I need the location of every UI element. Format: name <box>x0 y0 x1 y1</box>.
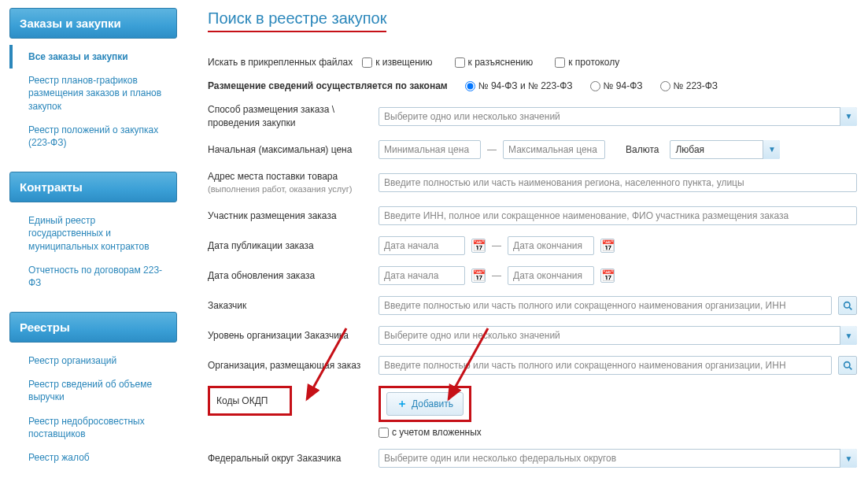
row-placer: Организация, размещающая заказ <box>208 356 857 375</box>
row-participant: Участник размещения заказа <box>208 206 857 225</box>
checkbox-nested[interactable]: с учетом вложенных <box>379 427 482 438</box>
svg-line-3 <box>849 367 851 369</box>
checkbox-nested-label: с учетом вложенных <box>392 427 482 438</box>
attachments-label: Искать в прикрепленных файлах <box>208 56 353 69</box>
dash: — <box>492 270 501 281</box>
sidebar-block-header: Реестры <box>9 312 177 343</box>
sidebar-item[interactable]: Реестр положений о закупках (223-ФЗ) <box>9 118 177 154</box>
placer-label: Организация, размещающая заказ <box>208 359 369 372</box>
chevron-down-icon: ▼ <box>840 107 857 126</box>
checkbox-protocol-input[interactable] <box>555 57 565 68</box>
add-okdp-button[interactable]: ＋ Добавить <box>386 392 464 416</box>
customer-input[interactable] <box>379 296 832 315</box>
customer-label: Заказчик <box>208 299 369 312</box>
sidebar-item[interactable]: Реестр жалоб <box>9 446 177 469</box>
district-label: Федеральный округ Заказчика <box>208 452 369 465</box>
chevron-down-icon: ▼ <box>763 140 780 159</box>
sidebar-block-header: Контракты <box>9 172 177 202</box>
sidebar-item[interactable]: Все заказы и закупки <box>9 45 177 69</box>
district-select[interactable]: ▼ <box>379 449 857 468</box>
radio-law-both[interactable]: № 94-ФЗ и № 223-ФЗ <box>465 80 573 91</box>
radio-law-223-label: № 223-ФЗ <box>674 80 718 91</box>
row-pubdate: Дата публикации заказа 📅 — 📅 <box>208 236 857 255</box>
price-max-input[interactable] <box>503 140 605 159</box>
method-label: Способ размещения заказа \ проведения за… <box>208 103 369 128</box>
checkbox-notice-label: к извещению <box>375 57 432 68</box>
currency-select[interactable]: ▼ <box>670 140 780 159</box>
chevron-down-icon: ▼ <box>840 326 857 345</box>
address-label: Адрес места поставки товара (выполнения … <box>208 170 369 195</box>
radio-law-94[interactable]: № 94-ФЗ <box>590 80 643 91</box>
sidebar-item[interactable]: Реестр сведений об объеме выручки <box>9 372 177 409</box>
sidebar-block-header: Заказы и закупки <box>9 8 177 39</box>
currency-label: Валюта <box>626 144 659 155</box>
pubdate-label: Дата публикации заказа <box>208 239 369 252</box>
checkbox-protocol-label: к протоколу <box>568 57 619 68</box>
checkbox-clarification-label: к разъяснению <box>468 57 534 68</box>
checkbox-notice[interactable]: к извещению <box>362 57 432 68</box>
pubdate-end-input[interactable] <box>508 236 594 255</box>
calendar-icon[interactable]: 📅 <box>600 239 615 253</box>
checkbox-clarification-input[interactable] <box>455 57 465 68</box>
calendar-icon[interactable]: 📅 <box>471 239 486 253</box>
row-price: Начальная (максимальная) цена — Валюта ▼ <box>208 140 857 159</box>
method-select-input[interactable] <box>379 107 857 126</box>
sidebar-item[interactable]: Реестр организаций <box>9 349 177 372</box>
dash: — <box>492 240 501 251</box>
plus-icon: ＋ <box>397 397 408 411</box>
chevron-down-icon: ▼ <box>840 449 857 468</box>
level-label: Уровень организации Заказчика <box>208 329 369 342</box>
method-select[interactable]: ▼ <box>379 107 857 126</box>
level-select[interactable]: ▼ <box>379 326 857 345</box>
district-select-input[interactable] <box>379 449 857 468</box>
pubdate-start-input[interactable] <box>379 236 465 255</box>
dash: — <box>487 144 497 155</box>
upddate-label: Дата обновления заказа <box>208 269 369 282</box>
row-method: Способ размещения заказа \ проведения за… <box>208 103 857 128</box>
calendar-icon[interactable]: 📅 <box>600 269 615 283</box>
participant-label: Участник размещения заказа <box>208 209 369 222</box>
sidebar-item[interactable]: Реестр недобросовестных поставщиков <box>9 409 177 446</box>
upddate-end-input[interactable] <box>508 266 594 285</box>
participant-input[interactable] <box>379 206 857 225</box>
sidebar: Заказы и закупкиВсе заказы и закупкиРеес… <box>0 0 177 487</box>
svg-point-0 <box>844 302 849 307</box>
sidebar-item[interactable]: Отчетность по договорам 223-ФЗ <box>9 258 177 294</box>
address-input[interactable] <box>379 173 857 192</box>
checkbox-nested-input[interactable] <box>379 428 389 438</box>
row-okdp: Коды ОКДП ＋ Добавить с учетом вложенных <box>208 386 857 438</box>
page-title: Поиск в реестре закупок <box>208 9 386 32</box>
sidebar-item[interactable]: Единый реестр государственных и муниципа… <box>9 209 177 258</box>
radio-law-both-input[interactable] <box>465 81 475 91</box>
row-district: Федеральный округ Заказчика ▼ <box>208 449 857 468</box>
sidebar-item[interactable]: Реестр планов-графиков размещения заказо… <box>9 69 177 118</box>
row-level: Уровень организации Заказчика ▼ <box>208 326 857 345</box>
row-attachments: Искать в прикрепленных файлах к извещени… <box>208 56 857 69</box>
calendar-icon[interactable]: 📅 <box>471 269 486 283</box>
radio-law-223[interactable]: № 223-ФЗ <box>660 80 718 91</box>
checkbox-notice-input[interactable] <box>362 57 372 68</box>
add-okdp-button-label: Добавить <box>412 398 453 409</box>
radio-law-223-input[interactable] <box>660 81 670 91</box>
checkbox-protocol[interactable]: к протоколу <box>555 57 619 68</box>
row-address: Адрес места поставки товара (выполнения … <box>208 170 857 195</box>
level-select-input[interactable] <box>379 326 857 345</box>
row-laws: Размещение сведений осуществляется по за… <box>208 80 857 92</box>
laws-label: Размещение сведений осуществляется по за… <box>208 80 448 92</box>
svg-point-2 <box>844 361 849 367</box>
okdp-label-wrap: Коды ОКДП <box>208 386 369 416</box>
row-customer: Заказчик <box>208 296 857 315</box>
radio-law-94-input[interactable] <box>590 81 600 91</box>
checkbox-clarification[interactable]: к разъяснению <box>455 57 534 68</box>
okdp-label: Коды ОКДП <box>216 395 268 406</box>
upddate-start-input[interactable] <box>379 266 465 285</box>
row-upddate: Дата обновления заказа 📅 — 📅 <box>208 266 857 285</box>
search-icon[interactable] <box>838 356 857 375</box>
radio-law-94-label: № 94-ФЗ <box>604 80 643 91</box>
search-icon[interactable] <box>838 296 857 315</box>
price-min-input[interactable] <box>379 140 481 159</box>
radio-law-both-label: № 94-ФЗ и № 223-ФЗ <box>478 80 573 91</box>
placer-input[interactable] <box>379 356 832 375</box>
price-label: Начальная (максимальная) цена <box>208 143 369 156</box>
content: Поиск в реестре закупок Искать в прикреп… <box>197 0 868 483</box>
